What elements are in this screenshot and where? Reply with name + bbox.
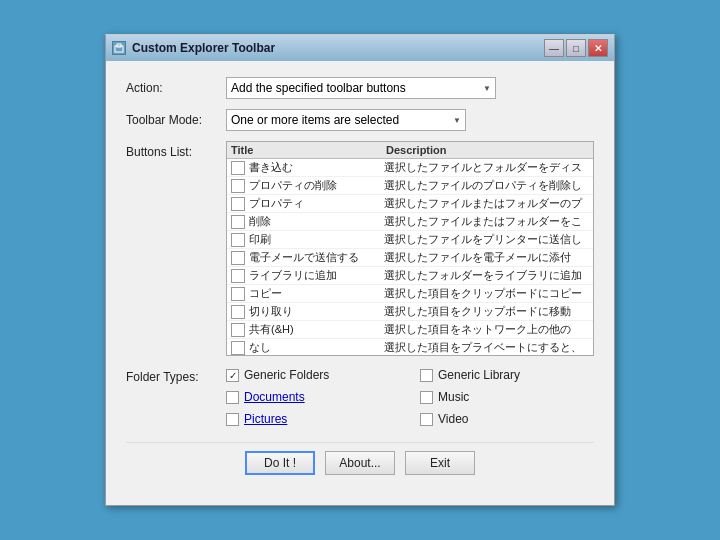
footer: Do It ! About... Exit — [126, 442, 594, 489]
list-item-title: 切り取り — [249, 304, 384, 319]
action-dropdown[interactable]: Add the specified toolbar buttons ▼ — [226, 77, 496, 99]
list-item-checkbox[interactable] — [231, 161, 245, 175]
folder-type-item: Music — [420, 390, 594, 404]
toolbar-mode-value: One or more items are selected — [231, 113, 399, 127]
list-item[interactable]: 印刷選択したファイルをプリンターに送信し — [227, 231, 593, 249]
list-item-description: 選択した項目をクリップボードに移動 — [384, 304, 589, 319]
list-item[interactable]: 削除選択したファイルまたはフォルダーをこ — [227, 213, 593, 231]
do-it-button[interactable]: Do It ! — [245, 451, 315, 475]
list-item-checkbox[interactable] — [231, 179, 245, 193]
folder-type-checkbox[interactable] — [226, 391, 239, 404]
folder-type-label: Video — [438, 412, 468, 426]
title-bar-left: Custom Explorer Toolbar — [112, 41, 275, 55]
list-item[interactable]: ライブラリに追加選択したフォルダーをライブラリに追加 — [227, 267, 593, 285]
list-item-title: プロパティ — [249, 196, 384, 211]
list-item[interactable]: コピー選択した項目をクリップボードにコピー — [227, 285, 593, 303]
list-item-description: 選択したファイルまたはフォルダーをこ — [384, 214, 589, 229]
folder-type-label: Generic Folders — [244, 368, 329, 382]
list-item-title: なし — [249, 340, 384, 355]
folder-type-label[interactable]: Pictures — [244, 412, 287, 426]
list-item-description: 選択したファイルまたはフォルダーのプ — [384, 196, 589, 211]
folder-type-checkbox[interactable] — [226, 413, 239, 426]
folder-type-label[interactable]: Documents — [244, 390, 305, 404]
list-item-title: コピー — [249, 286, 384, 301]
list-item-title: ライブラリに追加 — [249, 268, 384, 283]
folder-type-label: Music — [438, 390, 469, 404]
list-item-description: 選択した項目をプライベートにすると、 — [384, 340, 589, 355]
title-buttons: — □ ✕ — [544, 39, 608, 57]
window-title: Custom Explorer Toolbar — [132, 41, 275, 55]
minimize-button[interactable]: — — [544, 39, 564, 57]
folder-type-checkbox[interactable] — [420, 369, 433, 382]
close-button[interactable]: ✕ — [588, 39, 608, 57]
list-item-checkbox[interactable] — [231, 233, 245, 247]
folder-type-item: Pictures — [226, 412, 400, 426]
toolbar-mode-row: Toolbar Mode: One or more items are sele… — [126, 109, 594, 131]
list-header: Title Description — [227, 142, 593, 159]
buttons-list-container: Title Description 書き込む選択したファイルとフォルダーをディス… — [226, 141, 594, 356]
list-scroll-area[interactable]: 書き込む選択したファイルとフォルダーをディスプロパティの削除選択したファイルのプ… — [227, 159, 593, 355]
list-item-checkbox[interactable] — [231, 305, 245, 319]
list-item-description: 選択したファイルを電子メールに添付 — [384, 250, 589, 265]
list-item-checkbox[interactable] — [231, 251, 245, 265]
folder-type-checkbox[interactable]: ✓ — [226, 369, 239, 382]
list-item-checkbox[interactable] — [231, 215, 245, 229]
list-item-description: 選択した項目をクリップボードにコピー — [384, 286, 589, 301]
folder-type-item: Documents — [226, 390, 400, 404]
folder-types-section: Folder Types: ✓Generic FoldersGeneric Li… — [126, 368, 594, 426]
list-item-checkbox[interactable] — [231, 323, 245, 337]
action-value: Add the specified toolbar buttons — [231, 81, 406, 95]
buttons-list-label: Buttons List: — [126, 141, 226, 356]
list-col-description: Description — [386, 144, 589, 156]
action-label: Action: — [126, 81, 226, 95]
list-item-description: 選択した項目をネットワーク上の他の — [384, 322, 589, 337]
folder-type-label: Generic Library — [438, 368, 520, 382]
folder-type-checkbox[interactable] — [420, 391, 433, 404]
folder-type-item: Generic Library — [420, 368, 594, 382]
toolbar-mode-dropdown[interactable]: One or more items are selected ▼ — [226, 109, 466, 131]
toolbar-mode-label: Toolbar Mode: — [126, 113, 226, 127]
list-item-description: 選択したファイルをプリンターに送信し — [384, 232, 589, 247]
list-item-title: 共有(&H) — [249, 322, 384, 337]
title-bar: Custom Explorer Toolbar — □ ✕ — [106, 35, 614, 61]
list-item-checkbox[interactable] — [231, 269, 245, 283]
exit-button[interactable]: Exit — [405, 451, 475, 475]
list-item-title: 電子メールで送信する — [249, 250, 384, 265]
main-window: Custom Explorer Toolbar — □ ✕ Action: Ad… — [105, 34, 615, 506]
list-item-checkbox[interactable] — [231, 197, 245, 211]
folder-type-checkbox[interactable] — [420, 413, 433, 426]
list-item-title: 削除 — [249, 214, 384, 229]
list-item[interactable]: 切り取り選択した項目をクリップボードに移動 — [227, 303, 593, 321]
list-item[interactable]: 共有(&H)選択した項目をネットワーク上の他の — [227, 321, 593, 339]
list-item-checkbox[interactable] — [231, 287, 245, 301]
list-item-title: 書き込む — [249, 160, 384, 175]
maximize-button[interactable]: □ — [566, 39, 586, 57]
list-item-description: 選択したファイルのプロパティを削除し — [384, 178, 589, 193]
list-item-checkbox[interactable] — [231, 341, 245, 355]
folder-types-label: Folder Types: — [126, 368, 226, 426]
list-item-title: 印刷 — [249, 232, 384, 247]
list-item[interactable]: なし選択した項目をプライベートにすると、 — [227, 339, 593, 355]
window-icon — [112, 41, 126, 55]
folder-type-item: ✓Generic Folders — [226, 368, 400, 382]
list-item[interactable]: プロパティ選択したファイルまたはフォルダーのプ — [227, 195, 593, 213]
about-button[interactable]: About... — [325, 451, 395, 475]
content-area: Action: Add the specified toolbar button… — [106, 61, 614, 505]
list-item-description: 選択したフォルダーをライブラリに追加 — [384, 268, 589, 283]
list-item[interactable]: 書き込む選択したファイルとフォルダーをディス — [227, 159, 593, 177]
buttons-list-section: Buttons List: Title Description 書き込む選択した… — [126, 141, 594, 356]
folder-type-item: Video — [420, 412, 594, 426]
list-item-title: プロパティの削除 — [249, 178, 384, 193]
folder-types-grid: ✓Generic FoldersGeneric LibraryDocuments… — [226, 368, 594, 426]
toolbar-mode-dropdown-arrow: ▼ — [453, 116, 461, 125]
list-item-description: 選択したファイルとフォルダーをディス — [384, 160, 589, 175]
list-item[interactable]: 電子メールで送信する選択したファイルを電子メールに添付 — [227, 249, 593, 267]
action-row: Action: Add the specified toolbar button… — [126, 77, 594, 99]
list-col-title: Title — [231, 144, 386, 156]
list-item[interactable]: プロパティの削除選択したファイルのプロパティを削除し — [227, 177, 593, 195]
action-dropdown-arrow: ▼ — [483, 84, 491, 93]
